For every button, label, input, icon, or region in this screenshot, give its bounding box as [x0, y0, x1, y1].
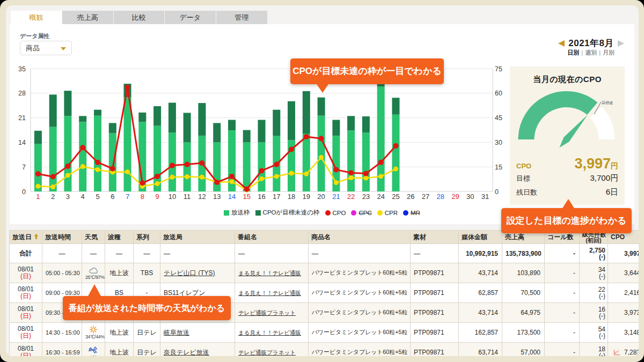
svg-text:10: 10 [169, 193, 176, 201]
svg-text:16: 16 [258, 193, 265, 201]
svg-text:19: 19 [303, 193, 310, 201]
svg-text:6: 6 [111, 193, 114, 201]
svg-text:20: 20 [317, 193, 325, 201]
svg-text:4: 4 [81, 193, 85, 201]
svg-text:28: 28 [437, 193, 444, 201]
svg-text:11: 11 [184, 193, 191, 201]
svg-text:24: 24 [377, 193, 384, 201]
svg-text:30: 30 [495, 139, 502, 146]
svg-text:14: 14 [228, 193, 236, 201]
svg-text:23: 23 [362, 193, 370, 201]
svg-text:7: 7 [126, 193, 129, 201]
svg-text:30: 30 [466, 193, 474, 201]
svg-text:1: 1 [36, 193, 40, 201]
svg-text:27: 27 [422, 193, 429, 201]
svg-text:0: 0 [22, 188, 26, 196]
svg-text:17: 17 [273, 193, 280, 201]
svg-text:15: 15 [495, 164, 502, 171]
svg-text:18: 18 [288, 193, 295, 201]
svg-text:21: 21 [332, 193, 340, 201]
svg-text:25: 25 [392, 193, 399, 201]
svg-text:0: 0 [495, 188, 499, 196]
svg-text:29: 29 [451, 193, 459, 201]
svg-text:22: 22 [347, 193, 355, 201]
svg-text:9: 9 [155, 193, 159, 201]
svg-text:15: 15 [243, 193, 250, 201]
svg-text:2: 2 [51, 193, 55, 201]
svg-text:13: 13 [213, 193, 221, 201]
svg-text:35: 35 [18, 65, 26, 73]
svg-text:14: 14 [18, 139, 26, 146]
svg-text:31: 31 [481, 193, 489, 201]
svg-text:21: 21 [18, 114, 26, 122]
svg-text:5: 5 [96, 193, 99, 201]
svg-text:8: 8 [141, 193, 144, 201]
svg-text:7: 7 [22, 164, 26, 171]
svg-text:45: 45 [495, 114, 502, 122]
svg-text:75: 75 [495, 65, 502, 73]
svg-text:目標値: 目標値 [602, 101, 613, 105]
svg-text:3: 3 [66, 193, 70, 201]
svg-text:28: 28 [18, 90, 26, 97]
svg-text:26: 26 [407, 193, 414, 201]
svg-text:60: 60 [495, 90, 502, 97]
svg-text:12: 12 [198, 193, 206, 201]
